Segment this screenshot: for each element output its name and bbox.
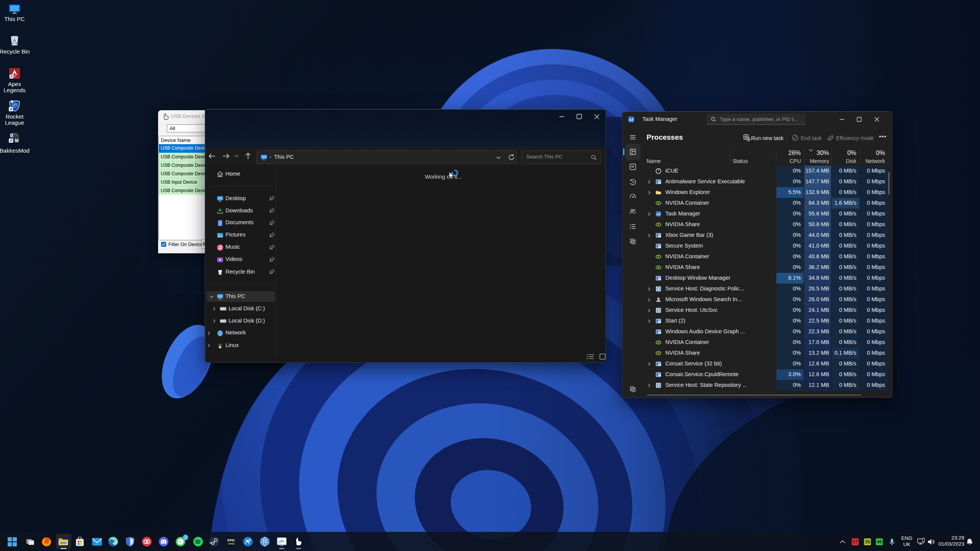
svg-text:EPIC: EPIC	[227, 538, 235, 542]
svg-text:z: z	[971, 538, 972, 541]
svg-text:M: M	[15, 138, 19, 143]
svg-text:B: B	[10, 133, 13, 138]
svg-text:GAMES: GAMES	[228, 543, 235, 545]
